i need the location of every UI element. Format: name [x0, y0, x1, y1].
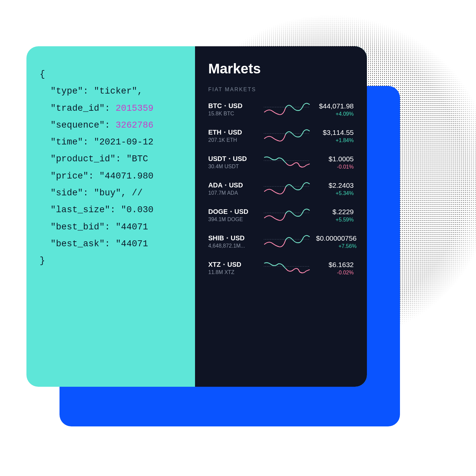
- market-pair: XTZ • USD: [208, 261, 258, 268]
- market-row-left: ETH • USD207.1K ETH: [208, 129, 258, 143]
- sparkline-icon: [264, 128, 310, 144]
- markets-title: Markets: [208, 61, 354, 77]
- market-pair: BTC • USD: [208, 102, 258, 110]
- market-row-left: USDT • USD30.4M USDT: [208, 155, 258, 170]
- market-price: $1.0005: [316, 155, 354, 163]
- market-volume: 107.7M ADA: [208, 190, 258, 196]
- market-row-right: $.2229+5.59%: [316, 208, 354, 223]
- market-volume: 4,648,872.1M...: [208, 243, 258, 249]
- market-volume: 11.8M XTZ: [208, 269, 258, 275]
- market-row-right: $2.2403+5.34%: [316, 181, 354, 196]
- market-change: -0.01%: [316, 164, 354, 170]
- market-pair: ADA • USD: [208, 181, 258, 189]
- market-change: +5.34%: [316, 190, 354, 196]
- market-pair: SHIB • USD: [208, 234, 258, 242]
- market-change: +1.84%: [316, 138, 354, 143]
- market-price: $3,114.55: [316, 129, 354, 137]
- market-volume: 207.1K ETH: [208, 137, 258, 143]
- sparkline-icon: [264, 101, 310, 118]
- market-price: $0.00000756: [316, 234, 357, 242]
- market-change: +4.09%: [316, 111, 354, 117]
- market-row[interactable]: DOGE • USD394.1M DOGE $.2229+5.59%: [208, 207, 354, 223]
- market-row[interactable]: SHIB • USD4,648,872.1M... $0.00000756+7.…: [208, 233, 354, 250]
- market-pair: DOGE • USD: [208, 208, 258, 216]
- market-change: +5.59%: [316, 217, 354, 223]
- market-row-right: $1.0005-0.01%: [316, 155, 354, 170]
- market-row[interactable]: XTZ • USD11.8M XTZ $6.1632-0.02%: [208, 260, 354, 276]
- market-row[interactable]: USDT • USD30.4M USDT $1.0005-0.01%: [208, 154, 354, 171]
- market-price: $.2229: [316, 208, 354, 216]
- sparkline-icon: [264, 233, 310, 250]
- market-row-left: BTC • USD15.8K BTC: [208, 102, 258, 117]
- market-pair: USDT • USD: [208, 155, 258, 163]
- market-row-right: $3,114.55+1.84%: [316, 129, 354, 143]
- market-volume: 30.4M USDT: [208, 164, 258, 170]
- market-volume: 394.1M DOGE: [208, 217, 258, 222]
- market-pair: ETH • USD: [208, 129, 258, 136]
- market-price: $2.2403: [316, 181, 354, 189]
- market-row[interactable]: ADA • USD107.7M ADA $2.2403+5.34%: [208, 180, 354, 197]
- market-row-right: $44,071.98+4.09%: [316, 102, 354, 117]
- markets-list: BTC • USD15.8K BTC $44,071.98+4.09%ETH •…: [208, 101, 354, 276]
- market-row-left: DOGE • USD394.1M DOGE: [208, 208, 258, 222]
- sparkline-icon: [264, 154, 310, 171]
- market-row-left: XTZ • USD11.8M XTZ: [208, 261, 258, 275]
- markets-card: Markets FIAT MARKETS BTC • USD15.8K BTC …: [195, 46, 367, 387]
- sparkline-icon: [264, 260, 310, 276]
- sparkline-icon: [264, 207, 310, 223]
- market-price: $6.1632: [316, 261, 354, 269]
- market-row-left: SHIB • USD4,648,872.1M...: [208, 234, 258, 249]
- market-row-left: ADA • USD107.7M ADA: [208, 181, 258, 196]
- market-row[interactable]: BTC • USD15.8K BTC $44,071.98+4.09%: [208, 101, 354, 118]
- stage: { "type": "ticker", "trade_id": 2015359 …: [0, 0, 476, 476]
- market-change: +7.56%: [316, 243, 357, 249]
- markets-subtitle: FIAT MARKETS: [208, 87, 354, 93]
- market-row-right: $0.00000756+7.56%: [316, 234, 357, 249]
- market-row-right: $6.1632-0.02%: [316, 261, 354, 276]
- market-volume: 15.8K BTC: [208, 111, 258, 117]
- sparkline-icon: [264, 180, 310, 197]
- market-row[interactable]: ETH • USD207.1K ETH $3,114.55+1.84%: [208, 128, 354, 144]
- market-change: -0.02%: [316, 270, 354, 276]
- market-price: $44,071.98: [316, 102, 354, 110]
